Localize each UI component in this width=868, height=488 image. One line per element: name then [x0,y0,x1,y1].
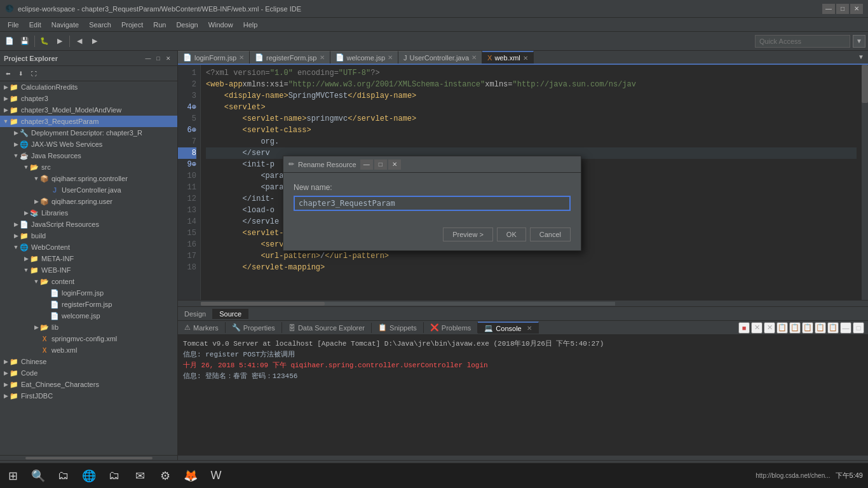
console-btn-2[interactable]: ✕ [751,322,763,334]
tree-item-metainf[interactable]: ▶ 📁 META-INF [0,253,177,264]
dialog-minimize[interactable]: — [360,159,373,170]
tree-item-loginform[interactable]: 📄 loginForm.jsp [0,287,177,299]
tree-item-chinese[interactable]: ▶ 📁 Chinese [0,356,177,367]
tab-welcome[interactable]: 📄 welcome.jsp ✕ [330,51,399,64]
run-button[interactable]: ▶ [53,34,67,48]
console-btn-7[interactable]: 📋 [815,322,826,334]
pe-scrollbar[interactable] [25,457,153,459]
tree-item-controller-pkg[interactable]: ▼ 📦 qiqihaer.spring.controller [0,173,177,184]
tree-item-user-pkg[interactable]: ▶ 📦 qiqihaer.spring.user [0,196,177,207]
tab-close-icon[interactable]: ✕ [388,54,393,61]
tree-item-registerform[interactable]: 📄 registerForm.jsp [0,299,177,310]
console-btn-4[interactable]: 📋 [776,322,788,334]
tree-item-content[interactable]: ▼ 📂 content [0,276,177,287]
menu-run[interactable]: Run [148,20,171,30]
tab-close-icon[interactable]: ✕ [239,54,244,61]
rename-input[interactable] [294,196,571,211]
firefox-icon[interactable]: 🦊 [178,463,203,489]
edge-icon[interactable]: 🌐 [76,463,102,489]
hscroll-track[interactable] [201,302,615,306]
tree-item-calculation[interactable]: ▶ 📁 CalculationRredits [0,81,177,93]
quick-access-icon[interactable]: ▼ [853,35,865,48]
tree-item-eat-chinese[interactable]: ▶ 📁 Eat_Chinese_Characters [0,379,177,390]
pe-toolbar-btn-3[interactable]: ⛶ [28,68,39,79]
tree-item-springmvc-config[interactable]: X springmvc-config.xml [0,333,177,344]
console-hscroll[interactable] [178,455,868,460]
save-button[interactable]: 💾 [18,34,32,48]
tree-item-firstjdbc[interactable]: ▶ 📁 FirstJDBC [0,390,177,402]
tree-item-code[interactable]: ▶ 📁 Code [0,367,177,379]
cancel-button[interactable]: Cancel [530,227,571,241]
tree-item-build[interactable]: ▶ 📁 build [0,230,177,241]
menu-project[interactable]: Project [116,20,148,30]
task-view-icon[interactable]: 🗂 [51,463,76,489]
menu-edit[interactable]: Edit [24,20,46,30]
console-btn-6[interactable]: 📋 [802,322,813,334]
settings-icon[interactable]: ⚙ [153,463,178,489]
tree-item-java-resources[interactable]: ▼ ☕ Java Resources [0,150,177,161]
word-icon[interactable]: W [203,463,229,489]
tab-console[interactable]: 💻 Console ✕ [478,322,538,334]
ok-button[interactable]: OK [497,227,526,241]
preview-button[interactable]: Preview > [443,227,493,241]
tab-close-icon[interactable]: ✕ [523,55,528,62]
new-button[interactable]: 📄 [3,34,17,48]
console-btn-5[interactable]: 📋 [789,322,801,334]
explorer-icon[interactable]: 🗂 [102,463,127,489]
tab-markers[interactable]: ⚠ Markers [178,322,226,333]
console-maximize-btn[interactable]: □ [853,322,864,334]
tree-item-webxml[interactable]: X web.xml [0,344,177,356]
start-button[interactable]: ⊞ [0,463,25,489]
menu-design[interactable]: Design [171,20,203,30]
tree-item-welcome[interactable]: 📄 welcome.jsp [0,310,177,322]
pe-maximize[interactable]: □ [153,53,163,64]
mail-icon[interactable]: ✉ [127,463,153,489]
pe-minimize[interactable]: — [143,53,153,64]
close-button[interactable]: ✕ [850,4,863,14]
console-btn-3[interactable]: ✕ [764,322,775,334]
toolbar-btn-1[interactable]: ◀ [72,34,86,48]
menu-navigate[interactable]: Navigate [46,20,84,30]
tree-item-deployment[interactable]: ▶ 🔧 Deployment Descriptor: chapter3_R [0,127,177,139]
hscroll-thumb[interactable] [201,302,325,306]
tree-item-webinf[interactable]: ▼ 📁 WEB-INF [0,264,177,276]
tab-properties[interactable]: 🔧 Properties [226,322,282,333]
menu-search[interactable]: Search [84,20,116,30]
menu-file[interactable]: File [3,20,24,30]
toolbar-btn-2[interactable]: ▶ [88,34,102,48]
tree-item-libraries[interactable]: ▶ 📚 Libraries [0,207,177,219]
debug-button[interactable]: 🐛 [37,34,51,48]
tree-item-lib[interactable]: ▶ 📂 lib [0,322,177,333]
tab-usercontroller[interactable]: J UserController.java ✕ [398,51,482,64]
tab-datasource[interactable]: 🗄 Data Source Explorer [282,323,372,333]
dialog-maximize[interactable]: □ [374,159,387,170]
editor-tab-source[interactable]: Source [213,309,248,319]
search-icon[interactable]: 🔍 [25,463,51,489]
console-btn-8[interactable]: 📋 [827,322,839,334]
tab-problems[interactable]: ❌ Problems [424,322,478,333]
tree-item-chapter3[interactable]: ▶ 📁 chapter3 [0,93,177,104]
console-minimize-btn[interactable]: — [840,322,851,334]
tree-item-webcontent[interactable]: ▼ 🌐 WebContent [0,241,177,253]
tab-close-icon[interactable]: ✕ [320,54,325,61]
menu-window[interactable]: Window [203,20,238,30]
tab-close-icon[interactable]: ✕ [471,54,477,61]
tree-item-src[interactable]: ▼ 📂 src [0,161,177,173]
menu-help[interactable]: Help [238,20,263,30]
pe-toolbar-btn-1[interactable]: ⬅ [3,68,14,79]
tree-item-usercontroller[interactable]: J UserController.java [0,184,177,196]
editor-tab-design[interactable]: Design [178,309,213,319]
pe-toolbar-btn-2[interactable]: ⬇ [15,68,27,79]
minimize-button[interactable]: — [822,4,835,14]
console-close-icon[interactable]: ✕ [527,325,532,332]
tab-snippets[interactable]: 📋 Snippets [372,322,424,333]
scrollbar-thumb[interactable] [862,65,868,103]
tree-item-chapter3-model[interactable]: ▶ 📁 chapter3_Model_ModelAndView [0,104,177,116]
editor-vscroll[interactable] [862,65,868,300]
tab-list-button[interactable]: ▼ [854,51,868,64]
tab-registerform[interactable]: 📄 registerForm.jsp ✕ [250,51,330,64]
tree-item-js-resources[interactable]: ▶ 📄 JavaScript Resources [0,219,177,230]
console-stop-btn[interactable]: ■ [738,322,750,334]
maximize-button[interactable]: □ [836,4,849,14]
dialog-close[interactable]: ✕ [388,159,401,170]
